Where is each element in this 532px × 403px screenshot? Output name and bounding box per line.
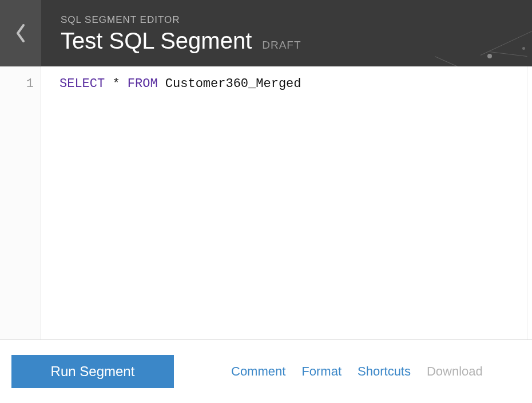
sql-keyword: SELECT: [59, 77, 105, 91]
line-number-gutter: 1: [0, 66, 41, 339]
header-label: SQL SEGMENT EDITOR: [61, 14, 532, 26]
download-button: Download: [427, 364, 483, 379]
header-title-row: Test SQL Segment DRAFT: [61, 29, 532, 52]
sql-keyword: FROM: [128, 77, 158, 91]
comment-button[interactable]: Comment: [231, 364, 285, 379]
toolbar-links: Comment Format Shortcuts Download: [231, 364, 483, 379]
shortcuts-button[interactable]: Shortcuts: [358, 364, 411, 379]
sql-text: Customer360_Merged: [158, 77, 301, 91]
status-badge: DRAFT: [262, 39, 301, 52]
toolbar: Run Segment Comment Format Shortcuts Dow…: [0, 340, 532, 403]
header: SQL SEGMENT EDITOR Test SQL Segment DRAF…: [0, 0, 532, 66]
header-main: SQL SEGMENT EDITOR Test SQL Segment DRAF…: [41, 0, 532, 66]
line-number: 1: [0, 76, 41, 93]
sql-text: *: [105, 77, 128, 91]
page-title: Test SQL Segment: [61, 29, 252, 52]
run-segment-button[interactable]: Run Segment: [11, 355, 174, 388]
code-editor[interactable]: SELECT * FROM Customer360_Merged: [41, 66, 527, 339]
editor-area: 1 SELECT * FROM Customer360_Merged: [0, 66, 532, 340]
format-button[interactable]: Format: [301, 364, 342, 379]
back-button[interactable]: [0, 0, 41, 66]
chevron-left-icon: [15, 23, 26, 43]
